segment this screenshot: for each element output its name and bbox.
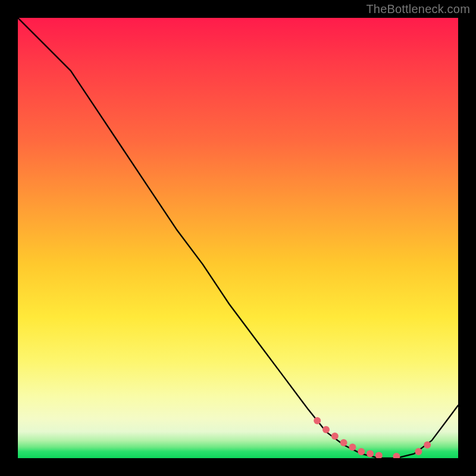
highlight-dot <box>415 448 422 455</box>
highlight-dot <box>358 448 365 455</box>
watermark-text: TheBottleneck.com <box>366 2 470 16</box>
highlight-dot <box>340 439 347 446</box>
curve-svg <box>18 18 458 458</box>
highlight-dot <box>349 444 356 451</box>
plot-area <box>18 18 458 458</box>
highlight-dot <box>314 417 321 424</box>
highlight-dots <box>314 417 431 458</box>
chart-frame: TheBottleneck.com <box>0 0 476 476</box>
highlight-dot <box>331 433 339 440</box>
highlight-dot <box>322 426 330 433</box>
highlight-dot <box>375 452 383 458</box>
highlight-dot <box>367 450 374 458</box>
highlight-dot <box>424 441 431 449</box>
bottleneck-curve <box>18 18 458 458</box>
highlight-dot <box>393 453 400 458</box>
